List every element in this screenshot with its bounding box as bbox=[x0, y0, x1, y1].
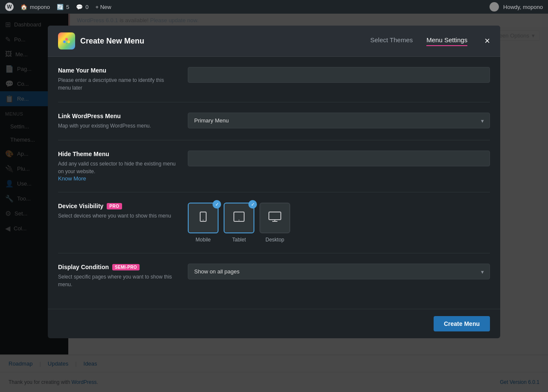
svg-point-7 bbox=[239, 220, 239, 221]
modal-close-button[interactable]: × bbox=[484, 36, 490, 46]
avatar bbox=[490, 2, 499, 12]
device-options: ✓ Mobile bbox=[188, 203, 290, 243]
device-visibility-label: Device Visibility PRO Select devices whe… bbox=[58, 203, 178, 220]
pro-badge: PRO bbox=[107, 203, 122, 209]
desktop-label: Desktop bbox=[265, 237, 284, 243]
site-name[interactable]: 🏠 mopono bbox=[20, 4, 50, 10]
hide-theme-section: Hide Theme Menu Add any valid css select… bbox=[58, 140, 490, 192]
menu-name-input[interactable] bbox=[188, 67, 490, 83]
device-visibility-section: Device Visibility PRO Select devices whe… bbox=[58, 192, 490, 253]
wordpress-menu-select-wrapper: Primary Menu Secondary Menu Footer Menu bbox=[188, 113, 490, 128]
name-section-control bbox=[188, 67, 490, 83]
create-menu-button[interactable]: Create Menu bbox=[434, 316, 490, 331]
display-condition-label: Display Condition SEMI-PRO Select specif… bbox=[58, 264, 178, 288]
link-wordpress-label: Link WordPress Menu Map with your existi… bbox=[58, 113, 178, 130]
modal-tabs: Select Themes Menu Settings bbox=[370, 36, 467, 46]
svg-point-3 bbox=[66, 43, 67, 44]
modal-body: Name Your Menu Please enter a descriptiv… bbox=[48, 57, 500, 309]
modal-logo-icon bbox=[58, 32, 75, 49]
display-condition-control: Show on all pages Show on home page Show… bbox=[188, 264, 490, 279]
mobile-icon bbox=[197, 211, 209, 225]
wp-logo-icon[interactable]: W bbox=[5, 3, 14, 11]
display-condition-select-wrapper: Show on all pages Show on home page Show… bbox=[188, 264, 490, 279]
tab-select-themes[interactable]: Select Themes bbox=[370, 36, 413, 46]
svg-point-5 bbox=[203, 220, 204, 221]
link-wordpress-description: Map with your existing WordPress menu. bbox=[58, 122, 178, 130]
modal-title: Create New Menu bbox=[80, 37, 144, 46]
desktop-device-wrapper: Desktop bbox=[259, 203, 290, 243]
updates-item[interactable]: 🔄 5 bbox=[57, 4, 69, 10]
mobile-label: Mobile bbox=[195, 237, 210, 243]
link-wordpress-title: Link WordPress Menu bbox=[58, 113, 178, 119]
modal-overlay[interactable]: Create New Menu Select Themes Menu Setti… bbox=[0, 0, 548, 392]
display-condition-select[interactable]: Show on all pages Show on home page Show… bbox=[188, 264, 490, 279]
hide-theme-input[interactable] bbox=[188, 151, 490, 166]
semi-pro-badge: SEMI-PRO bbox=[112, 264, 140, 270]
hide-theme-label: Hide Theme Menu Add any valid css select… bbox=[58, 151, 178, 182]
device-visibility-title: Device Visibility PRO bbox=[58, 203, 178, 209]
tablet-label: Tablet bbox=[232, 237, 246, 243]
know-more-link[interactable]: Know More bbox=[58, 175, 86, 182]
hide-theme-title: Hide Theme Menu bbox=[58, 151, 178, 157]
modal-brand: Create New Menu bbox=[58, 32, 144, 49]
mobile-device-card[interactable]: ✓ bbox=[188, 203, 219, 233]
tab-menu-settings[interactable]: Menu Settings bbox=[426, 36, 467, 46]
tablet-device-card[interactable]: ✓ bbox=[224, 203, 254, 233]
mobile-device-wrapper: ✓ Mobile bbox=[188, 203, 219, 243]
wordpress-menu-select[interactable]: Primary Menu Secondary Menu Footer Menu bbox=[188, 113, 490, 128]
mobile-check-icon: ✓ bbox=[213, 200, 221, 209]
display-condition-title: Display Condition SEMI-PRO bbox=[58, 264, 178, 270]
home-icon: 🏠 bbox=[20, 4, 27, 10]
desktop-icon bbox=[268, 211, 282, 225]
svg-point-1 bbox=[67, 41, 70, 43]
name-your-menu-section: Name Your Menu Please enter a descriptiv… bbox=[58, 57, 490, 102]
display-condition-description: Select specific pages where you want to … bbox=[58, 273, 178, 288]
display-condition-section: Display Condition SEMI-PRO Select specif… bbox=[58, 253, 490, 299]
update-icon: 🔄 bbox=[57, 4, 64, 10]
modal-header: Create New Menu Select Themes Menu Setti… bbox=[48, 26, 500, 57]
name-section-title: Name Your Menu bbox=[58, 67, 178, 74]
device-visibility-control: ✓ Mobile bbox=[188, 203, 490, 243]
admin-bar: W 🏠 mopono 🔄 5 💬 0 + New Howdy, mopono bbox=[0, 0, 548, 14]
hide-theme-description: Add any valid css selector to hide the e… bbox=[58, 160, 178, 175]
tablet-check-icon: ✓ bbox=[248, 200, 257, 209]
tablet-icon bbox=[232, 211, 246, 225]
link-wordpress-control: Primary Menu Secondary Menu Footer Menu bbox=[188, 113, 490, 128]
device-visibility-description: Select devices where you want to show th… bbox=[58, 212, 178, 220]
new-item[interactable]: + New bbox=[95, 4, 111, 10]
name-section-description: Please enter a descriptive name to ident… bbox=[58, 76, 178, 92]
svg-point-0 bbox=[65, 38, 68, 41]
svg-rect-8 bbox=[269, 212, 281, 220]
name-section-label: Name Your Menu Please enter a descriptiv… bbox=[58, 67, 178, 92]
create-menu-modal: Create New Menu Select Themes Menu Setti… bbox=[48, 26, 500, 338]
comments-item[interactable]: 💬 0 bbox=[76, 4, 88, 10]
comment-icon: 💬 bbox=[76, 4, 83, 10]
svg-point-2 bbox=[63, 41, 66, 43]
desktop-device-card[interactable] bbox=[259, 203, 290, 233]
tablet-device-wrapper: ✓ Tablet bbox=[224, 203, 254, 243]
link-wordpress-section: Link WordPress Menu Map with your existi… bbox=[58, 102, 490, 140]
modal-footer: Create Menu bbox=[48, 309, 500, 338]
howdy-item[interactable]: Howdy, mopono bbox=[490, 2, 543, 12]
hide-theme-control bbox=[188, 151, 490, 166]
